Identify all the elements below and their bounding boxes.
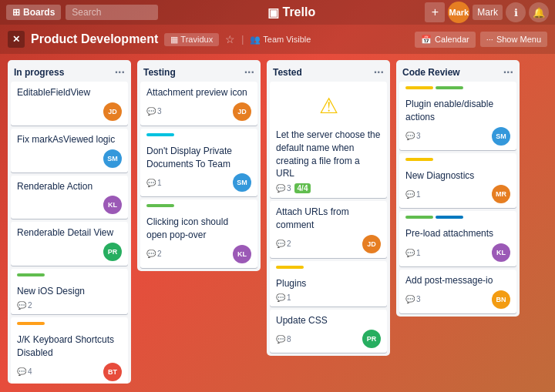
boards-button[interactable]: ⊞ Boards [6, 5, 61, 20]
comment-icon: 💬 [276, 184, 285, 193]
team-icon: 👥 [250, 35, 261, 45]
comment-badge: 💬4 [17, 367, 32, 376]
card[interactable]: Plugin enable/disable actions💬3SM [399, 82, 516, 150]
comment-badge: 💬3 [146, 107, 162, 116]
label-green [17, 273, 45, 276]
notifications-button[interactable]: 🔔 [529, 2, 549, 22]
label-green [146, 204, 174, 207]
card-badges: 💬1 [146, 179, 162, 187]
card-badges: 💬1 [276, 293, 291, 302]
card[interactable]: Renderable Detail ViewPR [11, 222, 128, 266]
comment-count: 1 [157, 179, 162, 187]
info-button[interactable]: ℹ [506, 2, 526, 22]
label-blue [436, 216, 463, 219]
team-visibility[interactable]: 👥 Team Visible [250, 35, 311, 45]
user-menu-button[interactable]: Mark [473, 5, 503, 20]
column-menu-button[interactable]: ··· [115, 66, 125, 79]
card-badges: 💬4 [17, 367, 32, 376]
comment-icon: 💬 [276, 240, 285, 248]
card[interactable]: New Diagnostics💬1MR [399, 153, 516, 209]
card-avatar: MR [492, 185, 510, 203]
card[interactable]: Clicking icon should open pop-over💬2KL [140, 199, 257, 268]
column-header-tested: Tested··· [267, 60, 390, 82]
card[interactable]: Attachment preview icon💬3JD [140, 82, 257, 126]
card[interactable]: Update CSS💬8PR [270, 310, 387, 353]
show-menu-button[interactable]: ··· Show Menu [480, 32, 547, 47]
card-meta: PR [17, 243, 122, 261]
card-meta: 💬1 [276, 293, 381, 302]
card-avatar: JD [103, 102, 122, 121]
user-name-short: Mark [449, 8, 469, 17]
card[interactable]: EditableFieldViewJD [11, 82, 128, 126]
column-menu-button[interactable]: ··· [244, 66, 254, 79]
label-cyan [146, 133, 174, 136]
card-avatar: BT [103, 363, 122, 381]
card-image: ⚠ [276, 86, 381, 125]
comment-badge: 💬2 [17, 301, 32, 310]
card[interactable]: Renderable ActionKL [11, 176, 128, 219]
card[interactable]: J/K Keyboard Shortcuts Disabled💬4BT [11, 317, 128, 384]
card-title: Don't Display Private Documents To Team [146, 145, 251, 171]
comment-badge: 💬2 [276, 240, 291, 248]
label-green [405, 216, 433, 219]
comment-icon: 💬 [405, 295, 415, 303]
checklist-badge: 4/4 [294, 183, 311, 193]
card[interactable]: ⚠Let the server choose the default name … [270, 82, 387, 198]
label-orange [17, 322, 45, 325]
top-bar: ⊞ Boards ▣ Trello + Mark Mark ℹ 🔔 [0, 0, 555, 25]
columns-area: In progress···EditableFieldViewJDFix mar… [0, 54, 555, 392]
comment-badge: 💬8 [276, 335, 291, 343]
card-title: Update CSS [276, 314, 381, 327]
label-green [436, 86, 463, 89]
card[interactable]: Attach URLs from comment💬2JD [270, 201, 387, 258]
card-title: J/K Keyboard Shortcuts Disabled [17, 333, 122, 360]
grid-icon: ⊞ [12, 7, 20, 18]
card-meta: 💬4BT [17, 363, 122, 381]
card-meta: 💬1KL [405, 243, 510, 262]
search-input[interactable] [66, 5, 158, 20]
card[interactable]: Don't Display Private Documents To Team💬… [140, 129, 257, 197]
card[interactable]: Fix markAsViewed logicSM [11, 129, 128, 173]
comment-badge: 💬3 [405, 295, 421, 303]
card-meta: 💬3SM [405, 127, 510, 146]
comment-badge: 💬3 [405, 132, 421, 140]
comment-icon: 💬 [276, 335, 285, 343]
add-button[interactable]: + [425, 2, 445, 22]
card-badges: 💬3 [146, 107, 162, 116]
card-meta: 💬2KL [146, 245, 251, 263]
comment-icon: 💬 [405, 249, 415, 257]
comment-count: 3 [416, 295, 421, 303]
card[interactable]: Plugins💬1 [270, 261, 387, 307]
column-header-code-review: Code Review··· [396, 60, 520, 82]
card-meta: 💬8PR [276, 330, 381, 348]
card-avatar: KL [233, 245, 251, 263]
org-badge[interactable]: ▦ Travidux [164, 33, 219, 46]
column-title: Code Review [402, 67, 460, 78]
comment-count: 1 [416, 249, 421, 257]
calendar-button[interactable]: 📅 Calendar [415, 32, 476, 48]
cards-list-tested: ⚠Let the server choose the default name … [267, 82, 390, 356]
star-button[interactable]: ☆ [225, 33, 235, 45]
comment-badge: 💬1 [146, 179, 162, 187]
card-avatar: SM [103, 149, 122, 168]
column-menu-button[interactable]: ··· [374, 66, 384, 79]
comment-icon: 💬 [17, 301, 26, 310]
card-title: Renderable Detail View [17, 226, 122, 240]
card[interactable]: New iOS Design💬2 [11, 269, 128, 314]
card-title: Plugin enable/disable actions [405, 98, 510, 124]
card-title: New Diagnostics [405, 169, 510, 183]
org-icon: ▦ [170, 35, 178, 45]
card[interactable]: Pre-load attachments💬1KL [399, 211, 516, 266]
card-meta: 💬1MR [405, 185, 510, 203]
label-yellow [405, 86, 433, 89]
comment-count: 3 [157, 107, 162, 116]
board-header: ✕ Product Development ▦ Travidux ☆ | 👥 T… [0, 25, 555, 54]
column-menu-button[interactable]: ··· [503, 66, 513, 79]
calendar-label: Calendar [435, 35, 469, 44]
card-meta: 💬2JD [276, 235, 381, 253]
card[interactable]: Add post-message-io💬3BN [399, 270, 516, 313]
column-header-in-progress: In progress··· [8, 60, 131, 82]
column-in-progress: In progress···EditableFieldViewJDFix mar… [8, 60, 131, 384]
comment-badge: 💬1 [405, 190, 421, 199]
card-meta: 💬1SM [146, 173, 251, 192]
